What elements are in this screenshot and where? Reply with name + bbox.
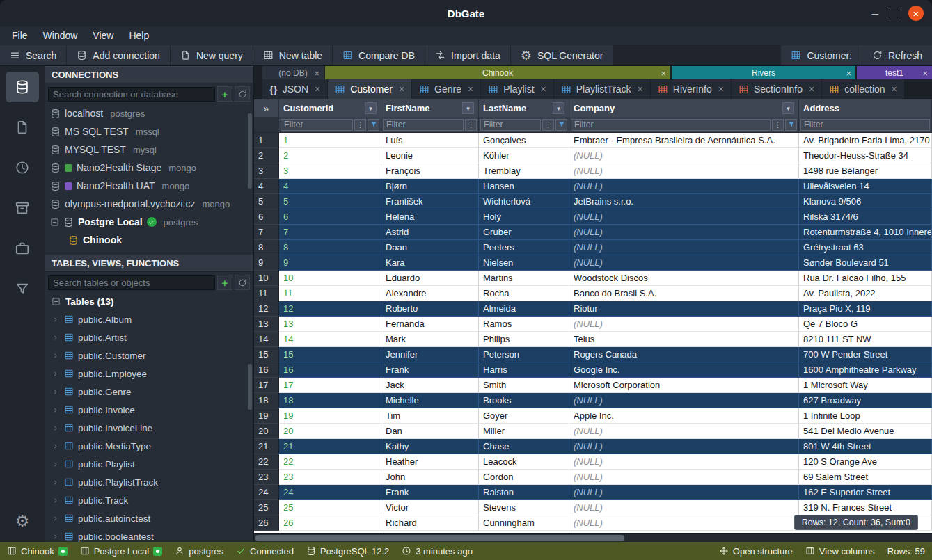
status-postgres[interactable]: postgres — [175, 546, 223, 557]
grid-cell[interactable]: Av. Brigadeiro Faria Lima, 2170 — [799, 133, 932, 148]
menu-file[interactable]: File — [4, 28, 35, 43]
grid-cell[interactable]: (NULL) — [569, 424, 799, 439]
grid-cell[interactable]: (NULL) — [569, 255, 799, 271]
grid-cell[interactable]: Klanova 9/506 — [799, 194, 932, 209]
toolbar-new-query-button[interactable]: New query — [171, 45, 253, 65]
activity-database-icon[interactable] — [6, 72, 39, 102]
grid-cell[interactable]: Roberto — [381, 301, 479, 317]
grid-cell[interactable]: 1600 Amphitheatre Parkway — [799, 362, 932, 378]
activity-archive-icon[interactable] — [6, 193, 39, 223]
grid-cell[interactable]: (NULL) — [569, 485, 799, 500]
row-number[interactable]: 8 — [254, 240, 279, 255]
toolbar-customer-button[interactable]: Customer: — [781, 45, 862, 65]
row-number[interactable]: 6 — [254, 209, 279, 225]
connection-item-localhost[interactable]: localhostpostgres — [45, 104, 253, 122]
grid-cell[interactable]: Leonie — [381, 148, 479, 163]
grid-cell[interactable]: JetBrains s.r.o. — [569, 194, 799, 209]
row-number[interactable]: 10 — [254, 271, 279, 286]
db-group-rivers[interactable]: Rivers× — [672, 66, 855, 79]
grid-cell[interactable]: 120 S Orange Ave — [799, 454, 932, 470]
grid-cell[interactable]: Riotur — [569, 301, 799, 317]
grid-cell[interactable]: Helena — [381, 209, 479, 225]
grid-cell[interactable]: (NULL) — [569, 163, 799, 179]
db-group-chinook[interactable]: Chinook× — [325, 66, 670, 79]
grid-cell[interactable]: Tim — [381, 408, 479, 424]
refresh-tables-icon[interactable] — [235, 275, 250, 290]
chevron-right-icon[interactable] — [52, 370, 60, 378]
close-icon[interactable]: × — [541, 83, 546, 95]
grid-cell[interactable]: Sønder Boulevard 51 — [799, 255, 932, 271]
grid-cell[interactable]: 12 — [279, 301, 381, 317]
grid-cell[interactable]: 21 — [279, 439, 381, 454]
column-header-customerid[interactable]: CustomerId▾ — [279, 99, 381, 117]
row-number[interactable]: 18 — [254, 393, 279, 408]
close-icon[interactable]: × — [468, 83, 473, 95]
toolbar-refresh-button[interactable]: Refresh — [862, 45, 932, 65]
table-item-public-employee[interactable]: public.Employee — [45, 365, 253, 383]
chevron-right-icon[interactable] — [52, 424, 60, 432]
grid-cell[interactable]: Frank — [381, 362, 479, 378]
grid-cell[interactable]: Peeters — [479, 240, 569, 255]
grid-cell[interactable]: Brooks — [479, 393, 569, 408]
close-icon[interactable]: × — [908, 6, 924, 21]
grid-cell[interactable]: Leacock — [479, 454, 569, 470]
grid-cell[interactable]: 627 Broadway — [799, 393, 932, 408]
tab-collection[interactable]: collection× — [822, 79, 904, 99]
grid-cell[interactable]: Theodor-Heuss-Straße 34 — [799, 148, 932, 163]
connection-item-nano2health-uat[interactable]: Nano2Health UATmongo — [45, 177, 253, 195]
grid-cell[interactable]: Eduardo — [381, 271, 479, 286]
table-item-public-playlist[interactable]: public.Playlist — [45, 455, 253, 473]
tab-playlisttrack[interactable]: PlaylistTrack× — [554, 79, 650, 99]
toolbar-sql-generator-button[interactable]: ⚙SQL Generator — [511, 45, 613, 65]
grid-cell[interactable]: František — [381, 194, 479, 209]
grid-cell[interactable]: 16 — [279, 362, 381, 378]
grid-cell[interactable]: 9 — [279, 255, 381, 271]
minimize-icon[interactable]: – — [872, 8, 878, 19]
grid-cell[interactable]: Banco do Brasil S.A. — [569, 286, 799, 301]
grid-cell[interactable]: 11 — [279, 286, 381, 301]
scrollbar-thumb[interactable] — [248, 113, 252, 189]
row-number[interactable]: 19 — [254, 408, 279, 424]
grid-cell[interactable]: Astrid — [381, 225, 479, 240]
row-number[interactable]: 15 — [254, 347, 279, 362]
status-3-minutes-ago[interactable]: 3 minutes ago — [402, 546, 473, 557]
grid-cell[interactable]: 319 N. Frances Street — [799, 500, 932, 515]
table-item-public-mediatype[interactable]: public.MediaType — [45, 437, 253, 455]
chevron-right-icon[interactable] — [52, 515, 60, 522]
grid-cell[interactable]: Google Inc. — [569, 362, 799, 378]
grid-cell[interactable]: (NULL) — [569, 317, 799, 332]
close-icon[interactable]: × — [314, 67, 319, 78]
grid-cell[interactable]: Bjørn — [381, 179, 479, 194]
tab-riverinfo[interactable]: RiverInfo× — [651, 79, 731, 99]
grid-cell[interactable]: 25 — [279, 500, 381, 515]
tables-search-input[interactable] — [48, 275, 215, 290]
status-postgresql-12-2[interactable]: PostgreSQL 12.2 — [306, 546, 389, 557]
grid-cell[interactable]: 5 — [279, 194, 381, 209]
tab-customer[interactable]: Customer× — [328, 79, 411, 99]
table-item-public-autoinctest[interactable]: public.autoinctest — [45, 509, 253, 527]
filter-input[interactable] — [480, 119, 541, 131]
grid-cell[interactable]: 19 — [279, 408, 381, 424]
close-icon[interactable]: × — [718, 83, 724, 95]
row-number[interactable]: 16 — [254, 362, 279, 378]
row-number[interactable]: 17 — [254, 378, 279, 393]
grid-cell[interactable]: Ramos — [479, 317, 569, 332]
filter-menu-icon[interactable]: ⋮ — [465, 119, 477, 131]
add-table-icon[interactable]: + — [217, 275, 232, 290]
grid-cell[interactable]: Martins — [479, 271, 569, 286]
grid-cell[interactable]: (NULL) — [569, 515, 799, 531]
filter-menu-icon[interactable]: ⋮ — [354, 119, 366, 131]
table-item-public-artist[interactable]: public.Artist — [45, 328, 253, 346]
grid-cell[interactable]: Daan — [381, 240, 479, 255]
tab-json[interactable]: {}JSON× — [262, 79, 327, 99]
grid-cell[interactable]: 4 — [279, 179, 381, 194]
status-postgre-local[interactable]: Postgre Local — [80, 546, 163, 557]
row-number[interactable]: 23 — [254, 470, 279, 485]
connection-item-nano2health-stage[interactable]: Nano2Health Stagemongo — [45, 159, 253, 177]
grid-cell[interactable]: Ullevålsveien 14 — [799, 179, 932, 194]
grid-cell[interactable]: Woodstock Discos — [569, 271, 799, 286]
row-number[interactable]: 13 — [254, 317, 279, 332]
grid-cell[interactable]: Embraer - Empresa Brasileira de Aeronáut… — [569, 133, 799, 148]
close-icon[interactable]: × — [846, 67, 851, 78]
filter-funnel-icon[interactable] — [368, 119, 379, 131]
